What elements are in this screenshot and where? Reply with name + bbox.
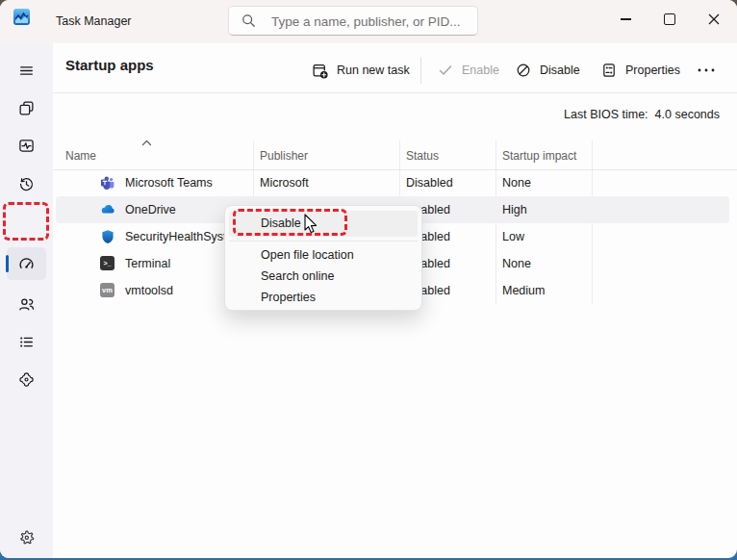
- gear-icon: [18, 529, 35, 546]
- enable-button[interactable]: Enable: [432, 56, 505, 85]
- performance-icon: [18, 138, 35, 154]
- row-name: vmtoolsd: [125, 277, 173, 304]
- selected-indicator: [6, 255, 9, 272]
- terminal-icon: >_: [100, 256, 114, 270]
- sidebar-menu-button[interactable]: [7, 54, 46, 87]
- run-new-task-button[interactable]: Run new task: [306, 56, 416, 85]
- disable-button[interactable]: Disable: [510, 56, 586, 85]
- check-icon: [438, 63, 453, 78]
- bios-value: 4.0 seconds: [655, 108, 720, 121]
- maximize-icon: [664, 13, 675, 25]
- teams-icon: [100, 175, 115, 191]
- toolbar-divider: [53, 92, 737, 93]
- row-status: Disabled: [406, 169, 453, 196]
- more-button[interactable]: [691, 56, 722, 85]
- task-manager-app-icon: [13, 9, 30, 25]
- minimize-button[interactable]: [603, 0, 648, 38]
- annotation-rect-disable: [233, 209, 347, 236]
- shield-icon: [100, 229, 115, 244]
- column-header-startup-impact[interactable]: Startup impact: [502, 142, 576, 169]
- row-name: OneDrive: [125, 196, 176, 223]
- run-new-task-icon: [312, 63, 328, 79]
- row-publisher: Microsoft: [260, 169, 309, 196]
- row-name: Microsoft Teams: [125, 169, 213, 196]
- sidebar-item-processes[interactable]: [7, 91, 46, 124]
- row-impact: Low: [502, 223, 524, 250]
- search-box[interactable]: [228, 6, 478, 36]
- minimize-icon: [621, 18, 631, 19]
- column-header-status[interactable]: Status: [406, 142, 439, 169]
- processes-icon: [18, 100, 35, 116]
- search-icon: [241, 13, 256, 28]
- sort-ascending-icon: [140, 139, 153, 147]
- table-row[interactable]: Microsoft Teams Microsoft Disabled None: [54, 169, 737, 196]
- column-header-publisher[interactable]: Publisher: [260, 142, 308, 169]
- mouse-cursor: [304, 214, 319, 235]
- sidebar-settings-button[interactable]: [7, 521, 46, 553]
- row-name: Terminal: [125, 250, 170, 277]
- bios-label: Last BIOS time:: [564, 108, 648, 121]
- hamburger-icon: [18, 63, 35, 79]
- sidebar: [0, 43, 53, 558]
- context-menu-item-search-online[interactable]: Search online: [229, 266, 418, 287]
- vm-icon: vm: [100, 283, 114, 297]
- column-header-name[interactable]: Name: [65, 142, 96, 169]
- onedrive-icon: [100, 202, 115, 217]
- disable-label: Disable: [540, 64, 580, 77]
- sidebar-item-details[interactable]: [7, 325, 46, 358]
- startup-apps-icon: [18, 256, 35, 272]
- app-history-icon: [18, 176, 35, 192]
- details-icon: [18, 334, 35, 350]
- properties-button[interactable]: Properties: [596, 56, 686, 85]
- row-impact: High: [502, 196, 527, 223]
- task-manager-window: Task Manager: [0, 0, 737, 558]
- titlebar: Task Manager: [0, 0, 737, 43]
- sidebar-item-app-history[interactable]: [7, 167, 46, 200]
- ellipsis-icon: [697, 63, 716, 78]
- context-menu-item-properties[interactable]: Properties: [229, 287, 418, 308]
- search-input[interactable]: [269, 8, 470, 35]
- users-icon: [18, 296, 35, 313]
- properties-icon: [601, 63, 617, 78]
- properties-label: Properties: [625, 64, 680, 77]
- context-menu-separator: [229, 241, 418, 242]
- last-bios-time: Last BIOS time:4.0 seconds: [564, 108, 720, 121]
- row-impact: None: [502, 169, 531, 196]
- maximize-button[interactable]: [648, 0, 692, 38]
- sidebar-item-users[interactable]: [7, 288, 46, 320]
- row-impact: None: [502, 250, 531, 277]
- close-icon: [708, 13, 720, 25]
- row-impact: Medium: [502, 277, 545, 304]
- block-icon: [516, 63, 531, 78]
- context-menu-item-open-file-location[interactable]: Open file location: [229, 244, 418, 266]
- sidebar-item-startup-apps[interactable]: [7, 247, 46, 280]
- close-button[interactable]: [692, 0, 736, 38]
- window-title: Task Manager: [56, 0, 132, 43]
- services-icon: [18, 371, 35, 388]
- sidebar-item-services[interactable]: [7, 363, 46, 395]
- toolbar-separator: [420, 57, 421, 84]
- sidebar-item-performance[interactable]: [7, 129, 46, 162]
- run-new-task-label: Run new task: [337, 64, 410, 77]
- annotation-rect-startup-apps: [3, 202, 49, 241]
- enable-label: Enable: [462, 64, 499, 77]
- page-title: Startup apps: [65, 57, 154, 73]
